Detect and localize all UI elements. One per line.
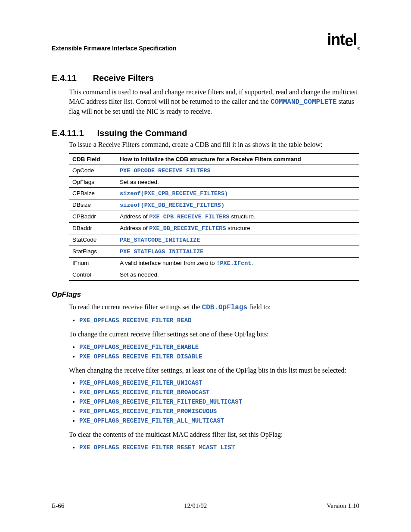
subsection-title: Issuing the Command: [97, 128, 187, 138]
table-row: ControlSet as needed.: [69, 269, 359, 280]
opflags-list-bits: PXE_OPFLAGS_RECEIVE_FILTER_UNICASTPXE_OP…: [79, 378, 359, 426]
opflags-p2: To change the current receive filter set…: [69, 330, 359, 339]
list-item: PXE_OPFLAGS_RECEIVE_FILTER_DISABLE: [79, 352, 359, 361]
list-item: PXE_OPFLAGS_RECEIVE_FILTER_FILTERED_MULT…: [79, 397, 359, 407]
table-row: OpFlagsSet as needed.: [69, 176, 359, 187]
table-cell-desc: Address of PXE_CPB_RECEIVE_FILTERS struc…: [116, 211, 359, 222]
table-row: OpCodePXE_OPCODE_RECEIVE_FILTERS: [69, 165, 359, 176]
opflags-list-read: PXE_OPFLAGS_RECEIVE_FILTER_READ: [79, 316, 359, 325]
table-row: DBaddrAddress of PXE_DB_RECEIVE_FILTERS …: [69, 222, 359, 234]
list-item: PXE_OPFLAGS_RECEIVE_FILTER_RESET_MCAST_L…: [79, 443, 359, 452]
doc-title: Extensible Firmware Interface Specificat…: [52, 45, 176, 52]
table-cell-desc: sizeof(PXE_DB_RECEIVE_FILTERS): [116, 199, 359, 211]
list-item: PXE_OPFLAGS_RECEIVE_FILTER_READ: [79, 316, 359, 325]
list-item: PXE_OPFLAGS_RECEIVE_FILTER_ENABLE: [79, 342, 359, 352]
table-cell-desc: PXE_STATCODE_INITIALIZE: [116, 234, 359, 246]
table-cell-desc: Address of PXE_DB_RECEIVE_FILTERS struct…: [116, 222, 359, 234]
intel-logo: intel®: [327, 32, 359, 49]
table-cell-desc: PXE_OPCODE_RECEIVE_FILTERS: [116, 165, 359, 176]
table-cell-desc: sizeof(PXE_CPB_RECEIVE_FILTERS): [116, 187, 359, 199]
footer-page: E-66: [52, 502, 64, 510]
table-row: CPBaddrAddress of PXE_CPB_RECEIVE_FILTER…: [69, 211, 359, 222]
table-header-field: CDB Field: [69, 153, 116, 165]
opflags-p1: To read the current receive filter setti…: [69, 302, 359, 313]
code-inline: CDB.OpFlags: [202, 304, 248, 311]
table-cell-desc: Set as needed.: [116, 269, 359, 280]
page-footer: E-66 12/01/02 Version 1.10: [52, 502, 359, 510]
table-cell-field: StatFlags: [69, 246, 116, 257]
list-item: PXE_OPFLAGS_RECEIVE_FILTER_UNICAST: [79, 378, 359, 388]
table-row: StatCodePXE_STATCODE_INITIALIZE: [69, 234, 359, 246]
table-header-desc: How to initialize the CDB structure for …: [116, 153, 359, 165]
table-cell-field: StatCode: [69, 234, 116, 246]
table-cell-field: CPBaddr: [69, 211, 116, 222]
table-cell-desc: PXE_STATFLAGS_INITIALIZE: [116, 246, 359, 257]
table-cell-field: OpFlags: [69, 176, 116, 187]
table-cell-desc: A valid interface number from zero to !P…: [116, 257, 359, 269]
list-item: PXE_OPFLAGS_RECEIVE_FILTER_PROMISCUOUS: [79, 407, 359, 416]
table-cell-field: DBsize: [69, 199, 116, 211]
footer-version: Version 1.10: [327, 502, 359, 510]
table-cell-field: IFnum: [69, 257, 116, 269]
table-row: CPBsizesizeof(PXE_CPB_RECEIVE_FILTERS): [69, 187, 359, 199]
table-row: IFnumA valid interface number from zero …: [69, 257, 359, 269]
page-header: Extensible Firmware Interface Specificat…: [52, 34, 359, 52]
subsection-number: E.4.11.1: [52, 128, 95, 138]
table-cell-desc: Set as needed.: [116, 176, 359, 187]
opflags-p3: When changing the receive filter setting…: [69, 366, 359, 375]
table-cell-field: Control: [69, 269, 116, 280]
opflags-list-change: PXE_OPFLAGS_RECEIVE_FILTER_ENABLEPXE_OPF…: [79, 342, 359, 361]
opflags-heading: OpFlags: [52, 290, 359, 299]
footer-date: 12/01/02: [184, 502, 207, 510]
table-row: DBsizesizeof(PXE_DB_RECEIVE_FILTERS): [69, 199, 359, 211]
table-cell-field: OpCode: [69, 165, 116, 176]
table-cell-field: CPBsize: [69, 187, 116, 199]
list-item: PXE_OPFLAGS_RECEIVE_FILTER_ALL_MULTICAST: [79, 416, 359, 426]
subsection-intro: To issue a Receive Filters command, crea…: [69, 140, 359, 149]
list-item: PXE_OPFLAGS_RECEIVE_FILTER_BROADCAST: [79, 388, 359, 397]
section-number: E.4.11: [52, 73, 90, 83]
table-cell-field: DBaddr: [69, 222, 116, 234]
table-row: StatFlagsPXE_STATFLAGS_INITIALIZE: [69, 246, 359, 257]
subsection-heading: E.4.11.1 Issuing the Command: [52, 128, 359, 138]
cdb-table: CDB Field How to initialize the CDB stru…: [69, 153, 359, 281]
code-inline: COMMAND_COMPLETE: [271, 98, 337, 106]
section-body: This command is used to read and change …: [69, 87, 359, 116]
section-title: Receive Filters: [93, 73, 154, 83]
opflags-list-clear: PXE_OPFLAGS_RECEIVE_FILTER_RESET_MCAST_L…: [79, 443, 359, 452]
section-heading: E.4.11 Receive Filters: [52, 73, 359, 83]
opflags-p4: To clear the contents of the multicast M…: [69, 430, 359, 439]
